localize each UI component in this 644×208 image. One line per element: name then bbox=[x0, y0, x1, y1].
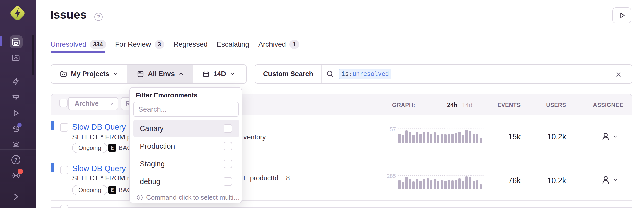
sidebar-item-help[interactable]: ? bbox=[11, 155, 21, 165]
assignee-selector[interactable] bbox=[601, 131, 618, 141]
search-divider bbox=[321, 65, 322, 83]
chevron-down-icon bbox=[230, 71, 235, 77]
env-option-canary[interactable]: Canary bbox=[133, 120, 239, 137]
graph-range-24h[interactable]: 24h bbox=[447, 101, 457, 109]
env-option-label: Canary bbox=[140, 124, 164, 133]
env-option-label: Production bbox=[140, 142, 175, 150]
tab-for-review[interactable]: For Review 3 bbox=[115, 40, 164, 49]
custom-search-label[interactable]: Custom Search bbox=[255, 70, 321, 78]
tab-escalating[interactable]: Escalating bbox=[217, 40, 249, 48]
platform-icon: E bbox=[108, 186, 116, 194]
play-icon bbox=[11, 109, 20, 118]
status-label: Ongoing bbox=[78, 187, 101, 194]
folder-code-icon bbox=[11, 53, 20, 62]
sparkline-bar bbox=[416, 179, 418, 189]
sparkline-bar bbox=[444, 134, 447, 143]
events-count: 15k bbox=[493, 132, 521, 141]
sidebar-item-issues[interactable] bbox=[11, 37, 21, 47]
sparkline-bar bbox=[402, 135, 404, 143]
window-icon bbox=[137, 70, 144, 78]
row-checkbox[interactable] bbox=[60, 205, 68, 208]
sparkline-bar bbox=[473, 134, 475, 143]
chevron-down-icon bbox=[613, 177, 618, 183]
sidebar-item-alerts[interactable] bbox=[11, 140, 21, 149]
footer-hint-text: Command-click to select multi… bbox=[146, 194, 240, 201]
token-key: is: bbox=[341, 70, 352, 77]
date-range-filter-button[interactable]: 14D bbox=[193, 65, 244, 83]
sparkline-bar bbox=[441, 180, 443, 189]
graph-range-14d[interactable]: 14d bbox=[462, 101, 472, 109]
sparkline-bar bbox=[476, 180, 478, 189]
archive-button[interactable]: Archive bbox=[68, 100, 105, 108]
tour-play-button[interactable] bbox=[612, 7, 631, 23]
row-checkbox[interactable] bbox=[60, 166, 68, 174]
env-option-debug[interactable]: debug bbox=[133, 173, 239, 190]
tab-label: Escalating bbox=[217, 40, 249, 48]
issue-search-bar: Custom Search is:unresolved bbox=[255, 64, 632, 84]
sparkline-bar bbox=[398, 134, 401, 143]
column-assignee: ASSIGNEE bbox=[593, 102, 623, 108]
tab-archived[interactable]: Archived 1 bbox=[258, 40, 299, 49]
unread-indicator bbox=[51, 163, 54, 172]
sparkline-peak-label: 57 bbox=[377, 126, 396, 133]
issue-state-tabs: Unresolved 334 For Review 3 Regressed Es… bbox=[51, 39, 299, 50]
help-icon: ? bbox=[11, 155, 20, 164]
sidebar-item-stats[interactable] bbox=[11, 124, 21, 134]
sidebar-scrollbar-thumb[interactable] bbox=[32, 35, 34, 75]
environment-filter-button[interactable]: All Envs bbox=[127, 65, 194, 83]
issue-title-link[interactable]: Slow DB Query bbox=[72, 123, 126, 132]
sidebar-item-whats-new[interactable] bbox=[11, 171, 21, 180]
issue-subtitle: SELECT * FROM re bbox=[72, 174, 133, 182]
env-option-checkbox[interactable] bbox=[224, 142, 232, 150]
sparkline-bar bbox=[437, 181, 439, 189]
env-option-checkbox[interactable] bbox=[224, 124, 232, 133]
assignee-selector[interactable] bbox=[601, 175, 618, 185]
tab-label: Unresolved bbox=[51, 40, 86, 48]
sidebar-item-projects[interactable] bbox=[11, 53, 21, 63]
project-filter-button[interactable]: My Projects bbox=[51, 65, 127, 83]
dropdown-footer-hint: Command-click to select multi… bbox=[136, 194, 240, 201]
tab-unresolved[interactable]: Unresolved 334 bbox=[51, 40, 106, 49]
sparkline-bar bbox=[405, 130, 408, 143]
active-tab-underline bbox=[51, 51, 105, 53]
row-checkbox[interactable] bbox=[60, 123, 68, 132]
sparkline-bar bbox=[451, 180, 454, 189]
tab-regressed[interactable]: Regressed bbox=[173, 40, 207, 48]
env-option-checkbox[interactable] bbox=[224, 160, 232, 168]
sidebar: ? bbox=[0, 0, 36, 208]
page-help-icon[interactable]: ? bbox=[94, 13, 103, 21]
tab-label: Archived bbox=[258, 40, 286, 48]
environment-search-input[interactable] bbox=[133, 102, 239, 117]
sparkline-bar bbox=[448, 180, 450, 189]
search-query-token[interactable]: is:unresolved bbox=[339, 69, 391, 79]
tab-count-badge: 3 bbox=[155, 40, 164, 49]
unread-indicator bbox=[51, 121, 54, 130]
calendar-icon bbox=[202, 70, 210, 78]
user-icon bbox=[601, 131, 611, 141]
sparkline-bar bbox=[458, 178, 461, 189]
env-option-production[interactable]: Production bbox=[133, 137, 239, 155]
dropdown-footer-divider bbox=[130, 190, 242, 190]
sidebar-collapse-toggle[interactable] bbox=[11, 192, 21, 201]
environment-filter-label: All Envs bbox=[148, 70, 175, 78]
issues-icon bbox=[11, 38, 20, 47]
notification-dot-purple bbox=[17, 123, 22, 127]
env-option-checkbox[interactable] bbox=[224, 177, 232, 186]
app-logo[interactable] bbox=[9, 3, 27, 23]
env-option-staging[interactable]: Staging bbox=[133, 155, 239, 173]
issue-subtitle: SELECT * FROM p bbox=[72, 133, 131, 141]
sparkline-bar bbox=[434, 179, 436, 189]
select-all-checkbox[interactable] bbox=[59, 99, 68, 107]
platform-icon: E bbox=[108, 144, 116, 152]
clear-search-button[interactable] bbox=[615, 70, 622, 78]
sidebar-item-releases[interactable] bbox=[11, 93, 21, 102]
issue-title-link[interactable]: Slow DB Query bbox=[72, 164, 126, 173]
users-count: 10.2k bbox=[538, 132, 566, 141]
sidebar-item-replays[interactable] bbox=[11, 108, 21, 118]
sparkline-bar bbox=[469, 177, 471, 189]
close-icon bbox=[615, 70, 622, 78]
chevron-up-icon bbox=[178, 71, 184, 77]
sidebar-item-performance[interactable] bbox=[11, 77, 21, 86]
sparkline-bar bbox=[412, 135, 415, 143]
archive-dropdown-button[interactable] bbox=[105, 101, 118, 106]
